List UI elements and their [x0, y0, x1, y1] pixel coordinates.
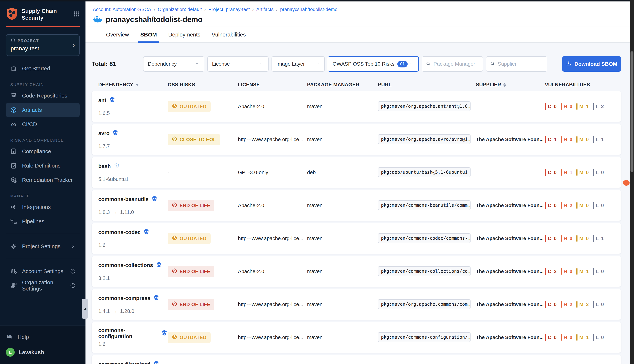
- page-scrollbar[interactable]: [630, 0, 634, 364]
- table-row[interactable]: commons-fileupload1.3END OF LIFEApache-2…: [92, 355, 621, 364]
- purl-value[interactable]: pkg:maven/org.apache.commons/com…: [378, 299, 471, 309]
- severity-bar: [593, 103, 594, 110]
- sidebar-item-pipelines[interactable]: Pipelines: [6, 214, 80, 228]
- download-sbom-button[interactable]: Download SBOM: [562, 56, 621, 72]
- filter-image-layer[interactable]: Image Layer: [271, 56, 325, 72]
- nav-item-label: Compliance: [22, 148, 51, 154]
- tab-deployments[interactable]: Deployments: [168, 27, 200, 42]
- package-manager-cell: maven: [307, 136, 378, 142]
- table-row[interactable]: ant1.6.5OUTDATEDApache-2.0mavenpkg:maven…: [92, 91, 621, 122]
- dependency-name[interactable]: ant: [98, 97, 106, 103]
- column-header-supplier[interactable]: SUPPLIER: [476, 82, 545, 88]
- purl-value[interactable]: pkg:deb/ubuntu/bash@5.1-6ubuntu1: [378, 167, 471, 177]
- tab-sbom[interactable]: SBOM: [140, 27, 157, 42]
- sidebar-item-help[interactable]: ? Help: [6, 330, 80, 344]
- active-tab-underline: [138, 42, 159, 43]
- purl-value[interactable]: pkg:maven/commons-configuration/…: [378, 332, 471, 342]
- severity-bar: [593, 334, 594, 341]
- dependency-cell: avro1.7.7: [98, 124, 168, 155]
- sidebar-item-ci-cd[interactable]: ∞CI/CD: [6, 117, 80, 132]
- oss-risk-label: CLOSE TO EOL: [180, 137, 216, 142]
- sidebar-item-project-settings[interactable]: Project Settings: [6, 239, 80, 254]
- filter-license[interactable]: License: [207, 56, 268, 72]
- oss-risk-cell: OUTDATED: [168, 233, 238, 244]
- avatar: L: [6, 348, 15, 357]
- purl-value[interactable]: pkg:maven/commons-collections/co…: [378, 266, 471, 276]
- purl-value[interactable]: pkg:maven/org.apache.ant/ant@1.6…: [378, 101, 471, 111]
- sidebar-scroll-area: Supply Chain Security: [0, 0, 86, 326]
- dependency-version: 1.4.1→1.28.0: [98, 308, 168, 314]
- recommended-version: 1.11.0: [120, 209, 134, 215]
- sidebar-item-artifacts[interactable]: Artifacts: [6, 103, 80, 117]
- nav-section-label: MANAGE: [10, 194, 80, 198]
- dependency-name[interactable]: commons-fileupload: [98, 361, 150, 364]
- table-row[interactable]: commons-collections3.2.1END OF LIFEApach…: [92, 256, 621, 287]
- vuln-count-h: H 2: [561, 202, 573, 209]
- tab-vulnerabilities[interactable]: Vulnerabilities: [212, 27, 246, 42]
- purl-value[interactable]: pkg:maven/commons-codec/commons-…: [378, 233, 471, 243]
- column-header-package-manager: PACKAGE MANAGER: [307, 82, 378, 88]
- sidebar-item-remediation-tracker[interactable]: Remediation Tracker: [6, 173, 80, 187]
- oss-risk-cell: END OF LIFE: [168, 200, 238, 211]
- sidebar-item-get-started[interactable]: Get Started: [6, 62, 80, 76]
- module-grid-icon[interactable]: [73, 11, 80, 18]
- purl-value[interactable]: pkg:maven/org.apache.avro/avro@1…: [378, 134, 471, 144]
- package-manager-search-input[interactable]: [434, 61, 479, 67]
- vuln-count-m: M 0: [576, 136, 589, 143]
- nav-divider: [6, 258, 80, 259]
- breadcrumb-project[interactable]: Project: pranay-test: [208, 6, 250, 12]
- breadcrumb-artifact-name[interactable]: pranaycshah/todolist-demo: [280, 6, 337, 12]
- supplier-cell: The Apache Software Foun...: [476, 236, 545, 242]
- tab-overview[interactable]: Overview: [106, 27, 129, 42]
- dependency-name[interactable]: commons-collections: [98, 262, 153, 268]
- vuln-count-h: H 0: [561, 235, 573, 242]
- sidebar-item-integrations[interactable]: Integrations: [6, 200, 80, 214]
- dependency-name[interactable]: bash: [98, 163, 111, 169]
- table-row[interactable]: commons-codec1.6OUTDATEDhttp---www.apach…: [92, 223, 621, 254]
- column-header-oss-risks: OSS RISKS: [168, 82, 238, 88]
- filter-dependency[interactable]: Dependency: [143, 56, 204, 72]
- breadcrumb-artifacts[interactable]: Artifacts: [256, 6, 273, 12]
- sidebar-item-rule-definitions[interactable]: Rule Definitions: [6, 158, 80, 173]
- breadcrumb-account[interactable]: Account: Automation-SSCA: [93, 6, 151, 12]
- column-header-dependency[interactable]: DEPENDENCY: [98, 82, 168, 88]
- vuln-count-h: H 0: [561, 136, 573, 143]
- purl-value[interactable]: pkg:maven/commons-beanutils/comm…: [378, 200, 471, 210]
- breadcrumb-organization[interactable]: Organization: default: [158, 6, 202, 12]
- table-row[interactable]: commons-beanutils1.8.3→1.11.0END OF LIFE…: [92, 190, 621, 221]
- filter-owasp-oss-top10[interactable]: OWASP OSS Top 10 Risks 01: [328, 56, 419, 72]
- sidebar-item-compliance[interactable]: Compliance: [6, 144, 80, 158]
- dependency-name[interactable]: avro: [98, 130, 110, 136]
- dependency-name[interactable]: commons-codec: [98, 229, 141, 235]
- dependency-name[interactable]: commons-configuration: [98, 327, 159, 340]
- scrollbar-thumb[interactable]: [630, 51, 633, 172]
- table-row[interactable]: bash5.1-6ubuntu1-GPL-3.0-onlydebpkg:deb/…: [92, 157, 621, 188]
- severity-bar: [593, 202, 594, 209]
- layers-icon: [112, 130, 119, 137]
- sidebar-item-organization-settings[interactable]: Organization Settings: [6, 278, 80, 293]
- table-row[interactable]: commons-compress1.4.1→1.28.0END OF LIFEh…: [92, 289, 621, 320]
- dependency-cell: commons-configuration1.6: [98, 322, 168, 353]
- dependency-name[interactable]: commons-beanutils: [98, 196, 149, 202]
- user-menu[interactable]: L Lavakush: [6, 348, 80, 357]
- sidebar-item-account-settings[interactable]: Account Settings: [6, 264, 80, 278]
- help-label: Help: [18, 334, 29, 340]
- supplier-search-input[interactable]: [498, 61, 543, 67]
- oss-risk-cell: OUTDATED: [168, 101, 238, 112]
- column-header-purl: PURL: [378, 82, 476, 88]
- sidebar-item-code-repositories[interactable]: Code Repositories: [6, 88, 80, 103]
- org-icon: [10, 282, 17, 289]
- severity-bar: [545, 202, 546, 209]
- license-cell: Apache-2.0: [238, 202, 307, 208]
- clock-icon: [172, 103, 177, 110]
- table-row[interactable]: avro1.7.7CLOSE TO EOLhttp---www.apache.o…: [92, 124, 621, 155]
- sidebar-collapse-handle[interactable]: ◀: [82, 299, 88, 319]
- package-manager-cell: maven: [307, 268, 378, 274]
- vuln-count-h: H 0: [561, 334, 573, 341]
- severity-bar: [545, 334, 546, 341]
- dependency-name[interactable]: commons-compress: [98, 295, 150, 301]
- project-selector[interactable]: PROJECT pranay-test ›: [6, 34, 80, 56]
- oss-risk-badge: OUTDATED: [168, 233, 211, 244]
- table-row[interactable]: commons-configuration1.6OUTDATEDhttp---w…: [92, 322, 621, 353]
- current-version: 1.7.7: [98, 143, 110, 149]
